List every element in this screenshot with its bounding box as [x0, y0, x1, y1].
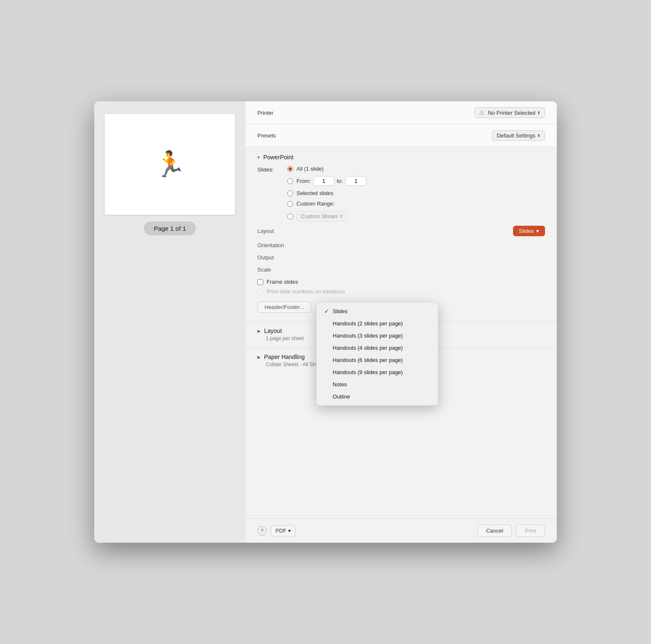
printer-row: Printer ⚠ No Printer Selected ⬍	[246, 101, 557, 124]
presets-row: Presets Default Settings ⬍	[246, 124, 557, 147]
printer-arrow-icon: ⬍	[537, 111, 540, 115]
powerpoint-section-header[interactable]: ▾ PowerPoint	[246, 147, 557, 166]
bottom-left: ? PDF ▾	[257, 525, 296, 536]
orientation-label: Orientation	[257, 242, 284, 248]
custom-shows-radio[interactable]	[287, 214, 293, 219]
slide-preview: 🏃	[105, 114, 235, 215]
scale-label: Scale	[257, 267, 271, 273]
presets-select[interactable]: Default Settings ⬍	[492, 130, 545, 141]
powerpoint-section-title: PowerPoint	[263, 154, 294, 161]
slides-row: Slides: All (1 slide) From:	[257, 166, 545, 222]
pdf-arrow-icon: ▾	[288, 528, 291, 534]
custom-shows-arrow-icon: ⬍	[339, 214, 343, 219]
output-row: Output	[257, 254, 545, 261]
dropdown-item-label: Handouts (9 slides per page)	[333, 369, 403, 375]
custom-range-label: Custom Range:	[296, 201, 334, 207]
dropdown-item-handouts6[interactable]: Handouts (6 slides per page)	[317, 354, 438, 366]
printer-select[interactable]: ⚠ No Printer Selected ⬍	[474, 107, 545, 118]
bottom-right: Cancel Print	[477, 525, 545, 537]
presets-arrow-icon: ⬍	[537, 133, 540, 138]
powerpoint-section-content: Slides: All (1 slide) From:	[246, 166, 557, 321]
presets-label: Presets	[257, 132, 276, 139]
print-numbers-checkbox[interactable]	[257, 289, 263, 295]
dropdown-item-outline[interactable]: Outline	[317, 391, 438, 403]
dropdown-item-handouts3[interactable]: Handouts (3 slides per page)	[317, 330, 438, 342]
printer-value: No Printer Selected	[488, 110, 535, 116]
frame-slides-label: Frame slides	[267, 279, 298, 285]
custom-shows-value: Custom Shows	[301, 213, 338, 219]
from-label: From:	[296, 178, 311, 184]
pdf-label: PDF	[275, 528, 286, 534]
dropdown-item-slides[interactable]: ✓ Slides	[317, 305, 438, 317]
paper-toggle-icon: ▶	[257, 355, 261, 359]
header-footer-btn[interactable]: Header/Footer...	[257, 301, 311, 313]
checkmark-icon: ✓	[324, 308, 333, 314]
selected-slides-label: Selected slides	[296, 190, 333, 196]
to-input[interactable]	[345, 176, 366, 186]
all-slides-label: All (1 slide)	[296, 166, 323, 172]
radio-options: All (1 slide) From: to:	[287, 166, 366, 222]
selected-slides-option[interactable]: Selected slides	[287, 190, 366, 196]
dropdown-item-label: Handouts (3 slides per page)	[333, 333, 403, 339]
from-to-row: From: to:	[296, 176, 366, 186]
scale-row: Scale	[257, 267, 545, 273]
from-to-radio[interactable]	[287, 178, 293, 184]
custom-shows-select[interactable]: Custom Shows ⬍	[296, 211, 347, 222]
dropdown-item-label: Notes	[333, 381, 347, 388]
left-panel: 🏃 Page 1 of 1	[94, 101, 246, 543]
slides-label: Slides:	[257, 166, 281, 173]
powerpoint-toggle-icon: ▾	[257, 155, 260, 160]
dropdown-item-label: Handouts (6 slides per page)	[333, 357, 403, 363]
cancel-button[interactable]: Cancel	[477, 525, 512, 537]
layout-toggle-icon: ▶	[257, 329, 261, 333]
presets-control[interactable]: Default Settings ⬍	[492, 130, 545, 141]
all-slides-option[interactable]: All (1 slide)	[287, 166, 366, 172]
custom-range-radio[interactable]	[287, 201, 293, 207]
dropdown-item-label: Handouts (4 slides per page)	[333, 345, 403, 351]
selected-slides-radio[interactable]	[287, 190, 293, 196]
output-label: Output	[257, 254, 274, 261]
print-dialog: 🏃 Page 1 of 1 Printer ⚠ No Printer Selec…	[94, 101, 557, 543]
layout-value: Slides	[519, 228, 534, 234]
from-to-option[interactable]: From: to:	[287, 176, 366, 186]
paper-section-title: Paper Handling	[264, 354, 305, 360]
dropdown-item-handouts2[interactable]: Handouts (2 slides per page)	[317, 317, 438, 330]
dropdown-item-notes[interactable]: Notes	[317, 378, 438, 391]
layout-select-btn[interactable]: Slides ▾	[513, 226, 545, 236]
all-slides-radio[interactable]	[287, 166, 293, 172]
layout-section-title: Layout	[264, 327, 282, 334]
help-button[interactable]: ?	[257, 526, 267, 536]
to-label: to:	[337, 178, 343, 184]
warning-icon: ⚠	[479, 109, 484, 116]
print-slide-numbers-row[interactable]: Print slide numbers on handouts	[257, 288, 545, 295]
dropdown-item-label: Handouts (2 slides per page)	[333, 320, 403, 327]
printer-label: Printer	[257, 110, 273, 116]
dropdown-item-label: Slides	[333, 308, 347, 314]
printer-control[interactable]: ⚠ No Printer Selected ⬍	[474, 107, 545, 118]
from-input[interactable]	[313, 176, 334, 186]
bottom-bar: ? PDF ▾ Cancel Print	[246, 518, 557, 543]
frame-slides-row[interactable]: Frame slides	[257, 279, 545, 285]
slide-figure: 🏃	[154, 152, 186, 177]
powerpoint-section: ▾ PowerPoint Slides: All (1 slide)	[246, 147, 557, 321]
print-numbers-label: Print slide numbers on handouts	[267, 288, 345, 295]
layout-arrow-icon: ▾	[536, 228, 539, 234]
pdf-button[interactable]: PDF ▾	[271, 525, 296, 536]
frame-slides-checkbox[interactable]	[257, 279, 263, 285]
layout-option-row: Layout Slides ▾	[257, 226, 545, 236]
dropdown-item-handouts4[interactable]: Handouts (4 slides per page)	[317, 342, 438, 354]
custom-range-option[interactable]: Custom Range:	[287, 201, 366, 207]
presets-value: Default Settings	[497, 132, 535, 139]
dropdown-item-handouts9[interactable]: Handouts (9 slides per page)	[317, 366, 438, 378]
print-button[interactable]: Print	[516, 525, 545, 537]
orientation-row: Orientation	[257, 242, 545, 248]
custom-shows-option[interactable]: Custom Shows ⬍	[287, 211, 366, 222]
layout-option-label: Layout	[257, 228, 274, 234]
dropdown-item-label: Outline	[333, 393, 350, 400]
layout-dropdown-menu[interactable]: ✓ Slides Handouts (2 slides per page) Ha…	[316, 302, 438, 406]
page-label: Page 1 of 1	[144, 222, 196, 235]
